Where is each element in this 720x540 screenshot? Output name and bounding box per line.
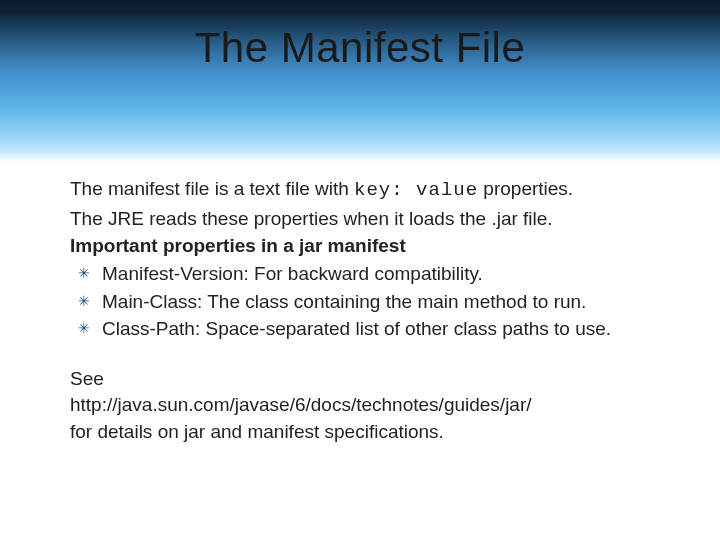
footer-block: See http://java.sun.com/javase/6/docs/te…	[70, 366, 660, 445]
footer-url: http://java.sun.com/javase/6/docs/techno…	[70, 392, 660, 418]
section-heading: Important properties in a jar manifest	[70, 233, 660, 259]
bullet-list: Manifest-Version: For backward compatibi…	[76, 261, 660, 342]
intro-1-suffix: properties.	[478, 178, 573, 199]
list-item: Manifest-Version: For backward compatibi…	[76, 261, 660, 287]
slide-title: The Manifest File	[195, 24, 526, 72]
intro-1-prefix: The manifest file is a text file with	[70, 178, 354, 199]
footer-tail: for details on jar and manifest specific…	[70, 419, 660, 445]
paragraph-intro-1: The manifest file is a text file with ke…	[70, 176, 660, 204]
list-item: Class-Path: Space-separated list of othe…	[76, 316, 660, 342]
list-item: Main-Class: The class containing the mai…	[76, 289, 660, 315]
slide-body: The manifest file is a text file with ke…	[0, 162, 720, 445]
paragraph-intro-2: The JRE reads these properties when it l…	[70, 206, 660, 232]
slide-header: The Manifest File	[0, 0, 720, 162]
intro-1-code: key: value	[354, 179, 478, 201]
footer-see: See	[70, 366, 660, 392]
